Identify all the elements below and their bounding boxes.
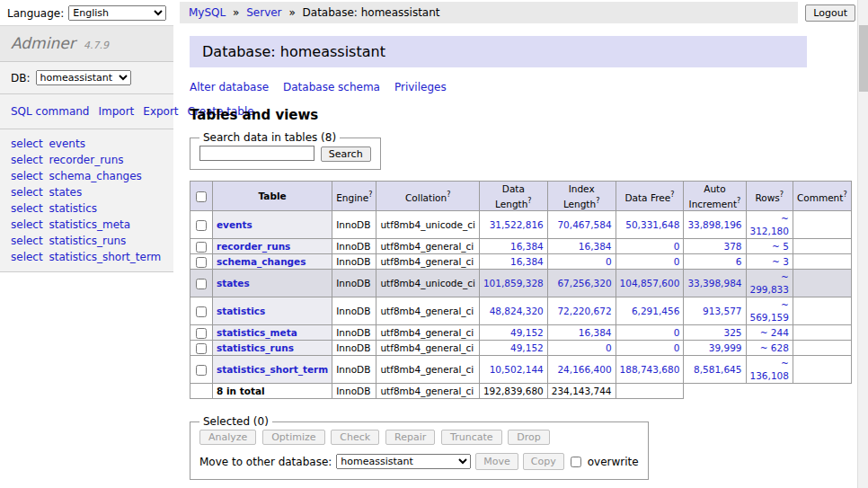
index-length-link[interactable]: 16,384	[579, 241, 612, 252]
sidebar-table-link[interactable]: events	[49, 138, 84, 150]
sidebar-table-link[interactable]: recorder_runs	[49, 154, 123, 166]
auto-increment-link[interactable]: 33,898,196	[687, 219, 741, 230]
sidebar-table-link[interactable]: statistics_runs	[49, 235, 126, 247]
search-input[interactable]	[199, 146, 314, 161]
rows-count-link[interactable]: ~ 5	[772, 241, 789, 252]
sidebar-table-link[interactable]: states	[49, 186, 82, 199]
sidebar-select-link[interactable]: select	[11, 251, 43, 263]
selected-action-button[interactable]: Optimize	[262, 430, 324, 445]
sidebar-table-link[interactable]: schema_changes	[49, 170, 141, 182]
help-link[interactable]: ?	[737, 197, 740, 205]
copy-button[interactable]: Copy	[523, 453, 564, 470]
breadcrumb-system-link[interactable]: MySQL	[189, 6, 226, 19]
help-link[interactable]: ?	[447, 191, 450, 199]
data-length-link[interactable]: 16,384	[510, 241, 544, 252]
selected-action-button[interactable]: Truncate	[441, 430, 501, 445]
sidebar-select-link[interactable]: select	[11, 138, 43, 150]
sidebar-table-link[interactable]: statistics_meta	[49, 218, 130, 231]
sidebar-select-link[interactable]: select	[11, 235, 43, 247]
index-length-link[interactable]: 67,256,320	[557, 278, 611, 288]
index-length-link[interactable]: 24,166,400	[557, 364, 611, 375]
index-length-link[interactable]: 0	[606, 342, 612, 353]
index-length-link[interactable]: 16,384	[579, 327, 612, 338]
overwrite-checkbox[interactable]	[571, 457, 581, 467]
data-free-link[interactable]: 104,857,600	[620, 278, 680, 288]
sidebar-select-link[interactable]: select	[11, 170, 43, 182]
help-link[interactable]: ?	[843, 191, 846, 199]
data-length-link[interactable]: 10,502,144	[490, 364, 544, 375]
table-name-link[interactable]: states	[217, 278, 250, 288]
data-length-link[interactable]: 101,859,328	[483, 278, 544, 288]
index-length-link[interactable]: 70,467,584	[557, 219, 611, 230]
select-all-checkbox[interactable]	[196, 191, 207, 202]
auto-increment-link[interactable]: 39,999	[709, 342, 742, 353]
auto-increment-link[interactable]: 378	[723, 241, 741, 252]
sidebar-select-link[interactable]: select	[11, 154, 43, 166]
index-length-link[interactable]: 0	[606, 256, 612, 267]
data-free-link[interactable]: 6,291,456	[632, 306, 679, 316]
row-checkbox[interactable]	[196, 257, 207, 268]
move-database-select[interactable]: homeassistant	[336, 454, 471, 469]
table-name-link[interactable]: statistics_meta	[217, 327, 297, 338]
help-link[interactable]: ?	[368, 191, 372, 199]
privileges-link[interactable]: Privileges	[394, 81, 447, 93]
selected-action-button[interactable]: Check	[331, 430, 379, 445]
auto-increment-link[interactable]: 6	[736, 256, 742, 267]
data-free-link[interactable]: 0	[674, 241, 680, 252]
table-name-link[interactable]: recorder_runs	[217, 241, 290, 252]
alter-database-link[interactable]: Alter database	[190, 81, 269, 93]
rows-count-link[interactable]: ~ 299,833	[750, 271, 789, 295]
rows-count-link[interactable]: ~ 244	[760, 327, 789, 338]
move-button[interactable]: Move	[475, 453, 518, 470]
row-checkbox[interactable]	[196, 279, 207, 289]
table-name-link[interactable]: statistics_short_term	[217, 364, 328, 375]
data-free-link[interactable]: 0	[674, 256, 680, 267]
sidebar-link-sql-command[interactable]: SQL command	[11, 105, 89, 118]
selected-action-button[interactable]: Analyze	[199, 430, 256, 445]
search-button[interactable]: Search	[321, 146, 371, 162]
data-free-link[interactable]: 0	[674, 342, 680, 353]
row-checkbox[interactable]	[196, 220, 207, 231]
db-select[interactable]: homeassistant	[36, 70, 131, 85]
help-link[interactable]: ?	[780, 191, 784, 199]
breadcrumb-server-link[interactable]: Server	[246, 6, 281, 19]
data-length-link[interactable]: 49,152	[510, 342, 544, 353]
scrollbar-thumb[interactable]	[859, 25, 868, 92]
data-free-link[interactable]: 50,331,648	[625, 219, 679, 230]
rows-count-link[interactable]: ~ 3	[772, 256, 789, 267]
sidebar-table-link[interactable]: statistics	[49, 202, 97, 215]
database-schema-link[interactable]: Database schema	[283, 81, 380, 93]
row-checkbox[interactable]	[196, 328, 207, 339]
logout-button[interactable]: Logout	[805, 4, 855, 22]
sidebar-select-link[interactable]: select	[11, 218, 43, 231]
table-name-link[interactable]: statistics_runs	[217, 342, 294, 353]
vertical-scrollbar[interactable]	[857, 0, 868, 488]
rows-count-link[interactable]: ~ 312,180	[750, 213, 789, 236]
auto-increment-link[interactable]: 8,581,645	[694, 364, 741, 375]
auto-increment-link[interactable]: 33,398,984	[687, 278, 741, 288]
table-name-link[interactable]: schema_changes	[217, 256, 306, 267]
index-length-link[interactable]: 72,220,672	[557, 306, 611, 316]
row-checkbox[interactable]	[196, 242, 207, 253]
help-link[interactable]: ?	[596, 197, 599, 205]
data-length-link[interactable]: 48,824,320	[490, 306, 544, 316]
rows-count-link[interactable]: ~ 628	[760, 342, 789, 353]
app-name[interactable]: Adminer	[11, 34, 75, 52]
selected-action-button[interactable]: Repair	[385, 430, 435, 445]
row-checkbox[interactable]	[196, 306, 207, 317]
row-checkbox[interactable]	[196, 365, 207, 376]
selected-action-button[interactable]: Drop	[508, 430, 549, 445]
rows-count-link[interactable]: ~ 136,108	[750, 358, 789, 381]
language-select[interactable]: English	[68, 5, 166, 21]
table-name-link[interactable]: statistics	[217, 306, 265, 316]
data-free-link[interactable]: 188,743,680	[620, 364, 680, 375]
data-free-link[interactable]: 0	[674, 327, 680, 338]
help-link[interactable]: ?	[670, 191, 674, 199]
rows-count-link[interactable]: ~ 569,159	[750, 299, 789, 323]
data-length-link[interactable]: 49,152	[510, 327, 544, 338]
auto-increment-link[interactable]: 913,577	[703, 306, 741, 316]
sidebar-select-link[interactable]: select	[11, 202, 43, 215]
table-name-link[interactable]: events	[217, 219, 252, 230]
help-link[interactable]: ?	[527, 197, 531, 205]
row-checkbox[interactable]	[196, 343, 207, 354]
